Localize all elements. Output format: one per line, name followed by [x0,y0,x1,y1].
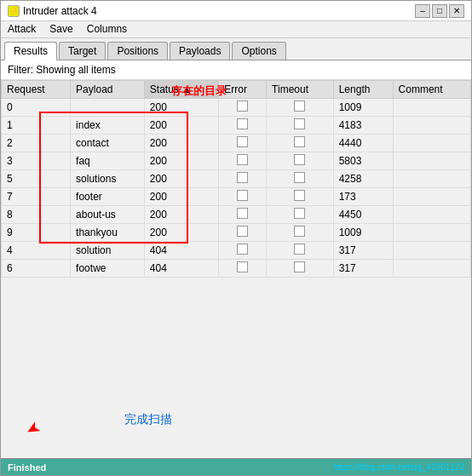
tab-payloads[interactable]: Payloads [170,42,230,60]
cell-request: 0 [2,99,71,117]
table-row[interactable]: 9thankyou2001009 [2,224,471,242]
cell-length: 173 [333,188,393,206]
col-header-comment[interactable]: Comment [393,81,470,99]
table-row[interactable]: 1index2004183 [2,117,471,135]
cell-comment [393,260,470,278]
tab-bar: Results Target Positions Payloads Option… [1,38,471,60]
error-checkbox[interactable] [237,208,248,219]
timeout-checkbox[interactable] [294,100,305,112]
cell-error [219,135,267,152]
timeout-checkbox[interactable] [294,208,305,219]
table-row[interactable]: 5solutions2004258 [2,170,471,188]
error-checkbox[interactable] [237,190,248,201]
minimize-button[interactable]: – [415,4,430,18]
cell-timeout [267,188,334,206]
tab-options[interactable]: Options [232,42,285,60]
error-checkbox[interactable] [237,244,248,255]
content-area: 存在的目录 Request Payload Status ▲ Error Tim… [1,80,471,458]
cell-error [219,260,267,278]
error-checkbox[interactable] [237,261,248,272]
timeout-checkbox[interactable] [294,154,305,165]
error-checkbox[interactable] [237,172,248,183]
cell-request: 4 [2,242,71,260]
cell-length: 1009 [333,224,393,242]
app-icon: ⚡ [8,5,20,17]
cell-error [219,188,267,206]
timeout-checkbox[interactable] [294,244,305,255]
cell-error [219,170,267,188]
cell-status: 200 [144,99,219,117]
table-row[interactable]: 6footwe404317 [2,260,471,278]
col-header-request[interactable]: Request [2,81,71,99]
timeout-checkbox[interactable] [294,190,305,201]
cell-error [219,99,267,117]
cell-comment [393,170,470,188]
cell-comment [393,242,470,260]
cell-length: 5803 [333,152,393,170]
maximize-button[interactable]: □ [432,4,447,18]
tab-target[interactable]: Target [59,42,106,60]
cell-timeout [267,260,334,278]
cell-timeout [267,224,334,242]
menu-attack[interactable]: Attack [4,23,39,36]
cell-timeout [267,242,334,260]
table-row[interactable]: 7footer200173 [2,188,471,206]
cell-status: 200 [144,117,219,135]
table-row[interactable]: 3faq2005803 [2,152,471,170]
cell-comment [393,117,470,135]
timeout-checkbox[interactable] [294,261,305,272]
menu-save[interactable]: Save [46,23,76,36]
error-checkbox[interactable] [237,226,248,237]
error-checkbox[interactable] [237,100,248,112]
cell-error [219,242,267,260]
timeout-checkbox[interactable] [294,172,305,183]
col-header-length[interactable]: Length [333,81,393,99]
tab-results[interactable]: Results [4,42,57,60]
cell-length: 4183 [333,117,393,135]
table-row[interactable]: 2contact2004440 [2,135,471,152]
status-url: https://blog.csdn.net/qq_41901122 [334,462,464,472]
cell-comment [393,99,470,117]
cell-length: 4258 [333,170,393,188]
cell-payload: index [71,117,145,135]
table-row[interactable]: 4solution404317 [2,242,471,260]
table-header-row: Request Payload Status ▲ Error Timeout L… [2,81,471,99]
col-header-payload[interactable]: Payload [71,81,145,99]
cell-length: 4440 [333,135,393,152]
error-checkbox[interactable] [237,118,248,129]
results-table-container[interactable]: Request Payload Status ▲ Error Timeout L… [1,80,471,458]
menu-bar: Attack Save Columns [1,21,471,38]
cell-payload: contact [71,135,145,152]
cell-request: 3 [2,152,71,170]
cell-payload: faq [71,152,145,170]
table-row[interactable]: 02001009 [2,99,471,117]
close-button[interactable]: ✕ [449,4,464,18]
menu-columns[interactable]: Columns [83,23,130,36]
cell-payload: solution [71,242,145,260]
filter-bar: Filter: Showing all items [1,60,471,80]
tab-positions[interactable]: Positions [107,42,168,60]
timeout-checkbox[interactable] [294,118,305,129]
error-checkbox[interactable] [237,154,248,165]
main-window: ⚡ Intruder attack 4 – □ ✕ Attack Save Co… [0,0,472,476]
cell-status: 200 [144,224,219,242]
timeout-checkbox[interactable] [294,136,305,147]
cell-payload: footer [71,188,145,206]
cell-comment [393,135,470,152]
error-checkbox[interactable] [237,136,248,147]
cell-timeout [267,170,334,188]
table-body: 020010091index20041832contact20044403faq… [2,99,471,278]
cell-status: 404 [144,260,219,278]
cell-comment [393,152,470,170]
col-header-timeout[interactable]: Timeout [267,81,334,99]
title-bar-left: ⚡ Intruder attack 4 [8,5,97,17]
table-row[interactable]: 8about-us2004450 [2,206,471,224]
cell-comment [393,206,470,224]
cell-request: 9 [2,224,71,242]
cell-error [219,117,267,135]
annotation-finished-label: 完成扫描 [124,412,172,427]
cell-status: 404 [144,242,219,260]
cell-request: 8 [2,206,71,224]
timeout-checkbox[interactable] [294,226,305,237]
title-bar: ⚡ Intruder attack 4 – □ ✕ [1,1,471,21]
